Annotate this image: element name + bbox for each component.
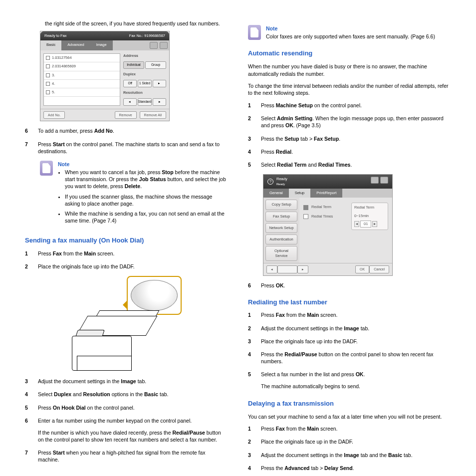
tab-general[interactable]: General	[263, 189, 289, 198]
section-heading: Sending a fax manually (On Hook Dial)	[25, 236, 228, 245]
remove-button[interactable]: Remove	[115, 111, 137, 119]
chevron-right-icon[interactable]: ▸	[372, 221, 377, 227]
redial-step-5: Select a fax number in the list and pres…	[261, 371, 451, 390]
chevron-left-icon[interactable]: ◂	[266, 265, 277, 273]
onhook-step-3: Adjust the document settings in the Imag…	[38, 378, 228, 385]
setting-icon[interactable]	[371, 177, 379, 184]
chevron-left-icon[interactable]: ◂	[123, 98, 137, 106]
sidebar-optional-service[interactable]: Optional Service	[265, 246, 297, 261]
ok-button[interactable]: OK	[355, 265, 369, 273]
tab-basic[interactable]: Basic	[40, 40, 61, 50]
cancel-button[interactable]: Cancel	[369, 265, 389, 273]
intro-fragment: the right side of the screen, if you hav…	[45, 20, 228, 27]
page-indicator	[277, 265, 297, 273]
step-6: To add a number, press Add No.	[38, 127, 228, 134]
sidebar-copy-setup[interactable]: Copy Setup	[265, 200, 297, 210]
onhook-step-2: Place the originals face up into the DAD…	[38, 263, 228, 270]
number-list: 1.03127564 2.0314865609 3. 4. 5.	[43, 53, 120, 106]
note-block: Note Color faxes are only supported when…	[248, 25, 451, 40]
group-button[interactable]: Group	[145, 61, 166, 69]
individual-button[interactable]: Individual	[123, 61, 144, 69]
chevron-right-icon[interactable]: ▸	[153, 98, 166, 106]
delay-step-3: Adjust the document settings in the Imag…	[261, 452, 451, 459]
phone-icon	[46, 82, 50, 86]
close-icon[interactable]	[380, 177, 388, 184]
note-item: When you want to cancel a fax job, press…	[65, 169, 228, 190]
auto-step-4: Press Redial.	[261, 148, 451, 155]
note-title: Note	[58, 161, 228, 168]
fax-basic-screenshot: Ready to Fax Fax No.: 9199686587 Basic A…	[40, 31, 170, 121]
resolution-label: Resolution	[123, 90, 166, 95]
note-icon	[248, 25, 261, 40]
paragraph: When the number you have dialed is busy …	[248, 63, 451, 77]
phone-icon	[46, 73, 50, 77]
note-title: Note	[266, 25, 435, 32]
left-column: the right side of the screen, if you hav…	[25, 20, 228, 476]
redial-term-value: 01	[360, 221, 371, 228]
next-icon[interactable]	[160, 42, 168, 49]
onhook-step-7: Press Start when you hear a high-pitched…	[38, 449, 228, 463]
duplex-1sided-button[interactable]: 1 Sided	[138, 80, 151, 87]
remove-all-button[interactable]: Remove All	[140, 111, 166, 119]
back-icon[interactable]	[150, 42, 158, 49]
ui1-title-right: Fax No.: 9199686587	[129, 33, 165, 38]
add-no-button[interactable]: Add No.	[43, 111, 65, 119]
auto-step-3: Press the Setup tab > Fax Setup.	[261, 135, 451, 142]
help-icon: ?	[267, 179, 273, 185]
phone-icon	[46, 90, 50, 94]
note-item: If you used the scanner glass, the machi…	[65, 193, 228, 207]
onhook-step-1: Press Fax from the Main screen.	[38, 250, 228, 257]
redial-times-item[interactable]: Redial Times	[311, 214, 333, 219]
list-item[interactable]: 3.	[44, 71, 120, 80]
note-icon	[40, 161, 53, 176]
redial-step-2: Adjust the document settings in the Imag…	[261, 325, 451, 332]
sidebar-authentication[interactable]: Authentication	[265, 235, 297, 244]
resolution-standard-button[interactable]: Standard	[138, 98, 152, 106]
auto-step-6: Press OK.	[261, 282, 451, 289]
checkbox-icon[interactable]	[303, 205, 308, 210]
redial-step-3: Place the originals face up into the DAD…	[261, 338, 451, 345]
redial-step-4: Press the Redial/Pause button on the con…	[261, 351, 451, 365]
auto-step-5: Select Redial Term and Redial Times.	[261, 161, 451, 168]
note-block: Note When you want to cancel a fax job, …	[40, 161, 228, 227]
tab-image[interactable]: Image	[90, 40, 113, 50]
list-item[interactable]: 2.0314865609	[44, 62, 120, 71]
step-7: Press Start on the control panel. The ma…	[38, 141, 228, 155]
section-heading: Automatic resending	[248, 49, 451, 58]
list-item[interactable]: 4.	[44, 80, 120, 88]
admin-setup-screenshot: ?ReadyReady General Setup Print/Report C…	[263, 174, 393, 276]
ui1-title-left: Ready to Fax	[44, 33, 67, 38]
paragraph: You can set your machine to send a fax a…	[248, 413, 451, 420]
address-label: Address	[123, 53, 166, 58]
paragraph: To change the time interval between redi…	[248, 82, 451, 96]
sidebar-fax-setup[interactable]: Fax Setup	[265, 212, 297, 222]
sidebar-network-setup[interactable]: Network Setup	[265, 223, 297, 233]
section-heading: Delaying a fax transmission	[248, 399, 451, 408]
note-text: Color faxes are only supported when faxe…	[266, 33, 435, 40]
page-columns: the right side of the screen, if you hav…	[25, 20, 451, 476]
tab-print-report[interactable]: Print/Report	[310, 189, 342, 198]
note-item: While the machine is sending a fax, you …	[65, 210, 228, 224]
checkbox-icon[interactable]	[303, 214, 308, 219]
redial-term-item[interactable]: Redial Term	[311, 205, 331, 210]
right-column: Note Color faxes are only supported when…	[248, 20, 451, 476]
onhook-step-5: Press On Hook Dial on the control panel.	[38, 404, 228, 411]
redial-term-panel: Redial Term 0~15min ◂ 01 ▸	[351, 203, 388, 230]
duplex-label: Duplex	[123, 72, 166, 77]
delay-step-4: Press the Advanced tab > Delay Send.	[261, 465, 451, 472]
tab-advanced[interactable]: Advanced	[61, 40, 90, 50]
chevron-right-icon[interactable]: ▸	[153, 80, 166, 87]
chevron-right-icon[interactable]: ▸	[297, 265, 308, 273]
chevron-left-icon[interactable]: ◂	[354, 221, 359, 227]
tab-setup[interactable]: Setup	[289, 189, 311, 198]
list-item[interactable]: 1.03127564	[44, 54, 120, 62]
duplex-off-button[interactable]: Off	[123, 80, 137, 87]
auto-step-1: Press Machine Setup on the control panel…	[261, 102, 451, 109]
redial-step-1: Press Fax from the Main screen.	[261, 311, 451, 318]
section-heading: Redialing the last number	[248, 298, 451, 307]
printer-illustration	[72, 276, 182, 371]
phone-icon	[46, 56, 50, 60]
list-item[interactable]: 5.	[44, 88, 120, 97]
delay-step-2: Place the originals face up in the DADF.	[261, 438, 451, 445]
phone-icon	[46, 64, 50, 68]
